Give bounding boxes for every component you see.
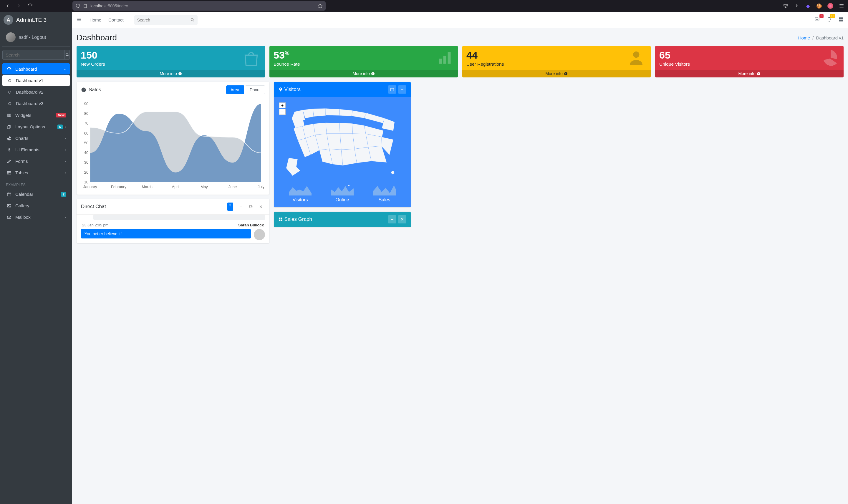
bookmark-icon[interactable] bbox=[318, 3, 323, 8]
image-icon bbox=[6, 203, 12, 208]
user-plus-icon bbox=[628, 48, 647, 72]
hamburger-icon[interactable] bbox=[838, 3, 845, 9]
map-zoom-out[interactable]: − bbox=[279, 109, 286, 115]
sparkline-icon bbox=[289, 183, 311, 196]
topbar: Home Contact 3 15 bbox=[72, 12, 848, 28]
ext-icon-1[interactable]: ◆ bbox=[805, 3, 811, 9]
page-icon bbox=[83, 4, 88, 8]
date-button[interactable] bbox=[388, 85, 396, 94]
fullscreen-button[interactable] bbox=[838, 17, 844, 23]
breadcrumb: Home / Dashboard v1 bbox=[798, 35, 844, 40]
collapse-button[interactable]: − bbox=[388, 215, 396, 223]
chat-count: 3 bbox=[227, 202, 233, 211]
chevron-left-icon: ‹ bbox=[65, 148, 66, 152]
more-info-orders[interactable]: More info bbox=[76, 70, 265, 77]
sidebar-item-ui[interactable]: UI Elements ‹ bbox=[2, 144, 70, 155]
sidebar-search-input[interactable] bbox=[2, 50, 65, 60]
minimize-button[interactable]: − bbox=[237, 202, 245, 211]
chat-toggle-button[interactable] bbox=[247, 202, 255, 211]
svg-point-2 bbox=[8, 79, 11, 82]
chevron-left-icon: ‹ bbox=[65, 125, 66, 129]
chevron-down-icon: ⌄ bbox=[63, 67, 66, 71]
brand[interactable]: A AdminLTE 3 bbox=[0, 12, 72, 28]
us-map[interactable] bbox=[279, 103, 405, 180]
notifications-button[interactable]: 15 bbox=[827, 17, 832, 23]
svg-text:70: 70 bbox=[84, 121, 89, 126]
topnav-home[interactable]: Home bbox=[90, 17, 101, 22]
brand-logo: A bbox=[3, 15, 13, 25]
sidebar-search-button[interactable] bbox=[65, 50, 70, 60]
chat-text: You better believe it! bbox=[81, 229, 251, 238]
url-bar[interactable]: localhost:5005/index bbox=[72, 1, 326, 11]
sidebar-item-widgets[interactable]: ▦ Widgets New bbox=[2, 109, 70, 121]
sidebar-item-dashboard-v2[interactable]: Dashboard v2 bbox=[2, 87, 70, 97]
breadcrumb-current: Dashboard v1 bbox=[816, 35, 844, 40]
messages-button[interactable]: 3 bbox=[814, 17, 820, 23]
back-button[interactable] bbox=[3, 2, 12, 10]
map-stat-sales: Sales bbox=[363, 181, 405, 203]
url-text: localhost:5005/index bbox=[90, 3, 128, 8]
sparkline-icon bbox=[373, 183, 396, 196]
brand-title: AdminLTE 3 bbox=[16, 17, 47, 23]
tree-icon bbox=[6, 147, 12, 152]
forward-button[interactable] bbox=[15, 2, 23, 10]
sidebar-item-dashboard-v3[interactable]: Dashboard v3 bbox=[2, 98, 70, 109]
sidebar-header-examples: EXAMPLES bbox=[2, 179, 70, 189]
sidebar-item-gallery[interactable]: Gallery bbox=[2, 200, 70, 211]
tab-donut[interactable]: Donut bbox=[246, 85, 265, 94]
shield-icon bbox=[75, 3, 80, 8]
user-panel[interactable]: asdf - Logout bbox=[2, 28, 70, 47]
sidebar-item-calendar[interactable]: Calendar 2 bbox=[2, 189, 70, 200]
small-box-visitors: 65Unique Visitors More info bbox=[655, 46, 844, 77]
more-info-visitors[interactable]: More info bbox=[655, 70, 844, 77]
notifications-count: 15 bbox=[830, 14, 835, 18]
comments-icon bbox=[814, 17, 820, 22]
sidebar-item-charts[interactable]: Charts ‹ bbox=[2, 133, 70, 144]
sidebar-item-layout[interactable]: Layout Options 6 ‹ bbox=[2, 121, 70, 132]
close-button[interactable]: ✕ bbox=[398, 215, 406, 223]
sidebar-item-dashboard[interactable]: Dashboard ⌄ bbox=[2, 63, 70, 74]
svg-rect-18 bbox=[439, 58, 442, 64]
sidebar-item-dashboard-v1[interactable]: Dashboard v1 bbox=[2, 75, 70, 86]
svg-rect-7 bbox=[7, 171, 11, 174]
download-icon[interactable] bbox=[794, 3, 800, 9]
close-button[interactable]: ✕ bbox=[257, 202, 265, 211]
map-marker-icon bbox=[278, 87, 283, 92]
svg-text:10: 10 bbox=[84, 180, 89, 184]
topnav-contact[interactable]: Contact bbox=[108, 17, 124, 22]
svg-text:20: 20 bbox=[84, 170, 89, 175]
ext-icon-2[interactable]: 🍪 bbox=[816, 3, 822, 9]
menu-toggle[interactable] bbox=[76, 17, 82, 23]
more-info-registrations[interactable]: More info bbox=[462, 70, 651, 77]
chat-title: Direct Chat bbox=[81, 204, 106, 210]
collapse-button[interactable]: − bbox=[398, 85, 406, 94]
svg-rect-20 bbox=[448, 52, 451, 64]
more-info-bounce[interactable]: More info bbox=[269, 70, 458, 77]
calendar-icon bbox=[6, 192, 12, 197]
copy-icon bbox=[6, 125, 12, 129]
bars-icon bbox=[437, 48, 454, 70]
map-stat-online: Online bbox=[321, 181, 363, 203]
sidebar-item-forms[interactable]: Forms ‹ bbox=[2, 156, 70, 167]
sidebar-item-mailbox[interactable]: Mailbox ‹ bbox=[2, 212, 70, 222]
sidebar-item-tables[interactable]: Tables ‹ bbox=[2, 167, 70, 178]
sales-card: Sales Area Donut 102030405060708090Janua… bbox=[76, 82, 269, 195]
search-icon[interactable] bbox=[190, 18, 195, 22]
svg-text:60: 60 bbox=[84, 131, 89, 136]
map-zoom-in[interactable]: + bbox=[279, 103, 286, 108]
svg-text:July: July bbox=[258, 184, 264, 189]
avatar bbox=[254, 229, 265, 240]
svg-text:40: 40 bbox=[84, 150, 89, 155]
profile-icon[interactable] bbox=[827, 3, 833, 9]
table-icon bbox=[6, 170, 12, 175]
grid-icon: ▦ bbox=[6, 112, 12, 118]
svg-point-3 bbox=[8, 91, 11, 93]
badge-new: New bbox=[56, 113, 66, 118]
pocket-icon[interactable] bbox=[783, 3, 789, 9]
breadcrumb-home[interactable]: Home bbox=[798, 35, 810, 40]
envelope-icon bbox=[6, 215, 12, 220]
tab-area[interactable]: Area bbox=[226, 85, 244, 94]
topbar-search-input[interactable] bbox=[137, 18, 190, 22]
small-box-registrations: 44User Registrations More info bbox=[462, 46, 651, 77]
reload-button[interactable] bbox=[26, 2, 34, 10]
